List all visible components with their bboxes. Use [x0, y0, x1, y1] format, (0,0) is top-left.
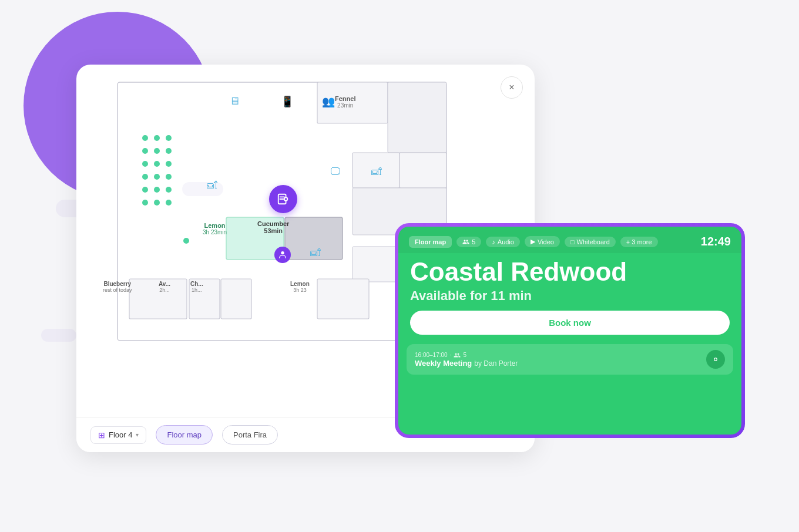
- card-time: 12:49: [701, 235, 731, 248]
- svg-rect-11: [221, 279, 251, 319]
- zone-porta-fira[interactable]: Porta Fira: [222, 425, 278, 445]
- meeting-title: Weekly Meeting: [415, 359, 472, 368]
- device-pin: [269, 185, 297, 213]
- room-ch: Ch... 1h...: [190, 281, 203, 293]
- floor-label: Floor 4: [109, 430, 132, 439]
- workspace-dot: [166, 135, 172, 141]
- workspace-dot: [142, 187, 148, 193]
- workspace-dot: [154, 187, 160, 193]
- card-availability: Available for 11 min: [398, 286, 741, 311]
- person-pin: [274, 247, 291, 263]
- amenity-seats: 5: [456, 237, 481, 247]
- workspace-dot: [154, 161, 160, 167]
- card-top-bar: Floor map 5 ♪ Audio ▶ Video □ Whiteboard…: [398, 227, 741, 253]
- workspace-dot: [142, 200, 148, 206]
- workspace-dot: [154, 135, 160, 141]
- svg-point-18: [281, 251, 284, 254]
- room-cucumber: Cucumber 53min: [257, 220, 289, 234]
- svg-point-17: [285, 198, 287, 200]
- workspace-dot: [166, 187, 172, 193]
- close-button[interactable]: ×: [501, 76, 523, 99]
- workspace-dot: [154, 148, 160, 154]
- svg-rect-4: [400, 153, 446, 188]
- room-av: Av... 2h...: [159, 281, 170, 293]
- booking-card-inner: Floor map 5 ♪ Audio ▶ Video □ Whiteboard…: [398, 227, 741, 435]
- meeting-time-range: 16:00–17:00: [415, 352, 448, 358]
- meeting-record-btn[interactable]: [706, 350, 725, 369]
- workspace-dot: [154, 200, 160, 206]
- svg-point-20: [714, 359, 717, 361]
- booking-card-outer: Floor map 5 ♪ Audio ▶ Video □ Whiteboard…: [395, 223, 745, 438]
- floor-map-btn[interactable]: Floor map: [409, 236, 452, 248]
- map-icon-sofa3: 🛋: [310, 247, 321, 259]
- amenity-audio: ♪ Audio: [486, 237, 520, 247]
- workspace-dot: [142, 148, 148, 154]
- workspace-dot: [142, 135, 148, 141]
- room-fennel: Fennel 23min: [335, 95, 355, 109]
- amenity-whiteboard: □ Whiteboard: [565, 237, 616, 247]
- workspace-dot: [166, 200, 172, 206]
- meeting-info: 16:00–17:00 · 5 Weekly Meeting by Dan Po…: [415, 352, 518, 368]
- map-icon-device: 📱: [281, 95, 294, 108]
- meeting-row: 16:00–17:00 · 5 Weekly Meeting by Dan Po…: [407, 344, 733, 375]
- meeting-capacity: 5: [463, 352, 466, 358]
- workspace-dot: [183, 238, 189, 244]
- floor-selector[interactable]: ⊞ Floor 4 ▾: [90, 426, 146, 444]
- svg-rect-14: [280, 196, 285, 197]
- map-icon-screen: 🖵: [330, 166, 341, 178]
- workspace-dot: [142, 174, 148, 180]
- workspace-dot: [166, 161, 172, 167]
- room-lemon2: Lemon 3h 23: [290, 281, 310, 293]
- workspace-dot: [154, 174, 160, 180]
- svg-rect-12: [317, 279, 369, 319]
- map-icon-people: 👥: [322, 95, 335, 108]
- workspace-dot: [166, 148, 172, 154]
- workspace-dot: [166, 174, 172, 180]
- card-room-name: Coastal Redwood: [398, 253, 741, 286]
- floor-icon: ⊞: [98, 430, 105, 440]
- room-lemon: Lemon 3h 23min: [203, 222, 227, 235]
- zone-active[interactable]: Floor map: [156, 425, 213, 445]
- amenity-video: ▶ Video: [525, 236, 560, 247]
- workspace-dot: [142, 161, 148, 167]
- room-blueberry: Blueberry rest of today: [103, 281, 132, 293]
- bg-cloud-2: [41, 329, 76, 342]
- map-icon-sofa2: 🛋: [207, 179, 217, 191]
- map-icon-sofa: 🛋: [371, 166, 382, 178]
- meeting-by: by Dan Porter: [474, 359, 518, 368]
- amenity-more: + 3 more: [620, 237, 658, 247]
- svg-rect-2: [388, 82, 446, 153]
- floor-arrow: ▾: [136, 432, 139, 438]
- svg-rect-9: [129, 279, 187, 319]
- book-now-button[interactable]: Book now: [410, 311, 730, 335]
- map-icon-monitor: 🖥: [229, 95, 240, 107]
